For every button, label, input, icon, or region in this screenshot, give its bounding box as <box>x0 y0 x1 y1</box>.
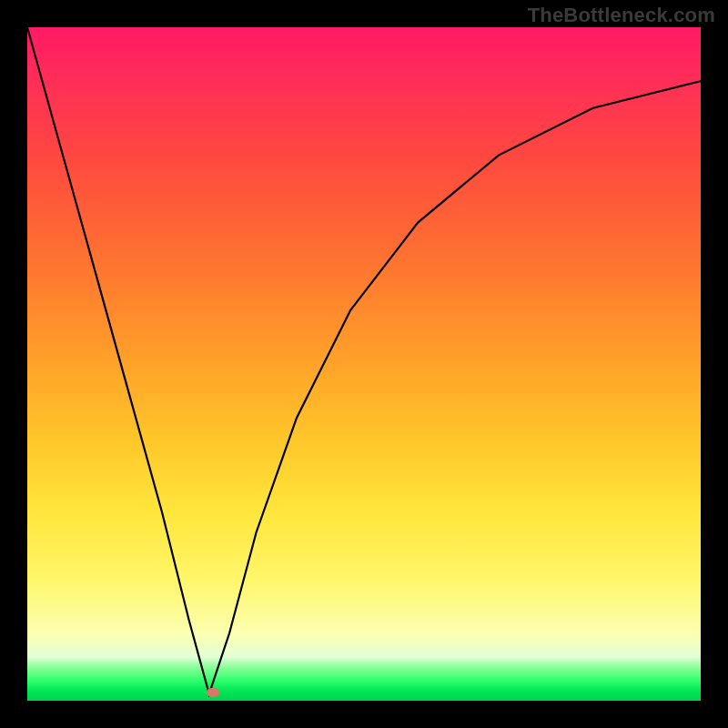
plot-area <box>27 27 701 701</box>
bottleneck-curve <box>27 27 701 701</box>
watermark-text: TheBottleneck.com <box>528 4 715 27</box>
curve-path <box>27 27 701 694</box>
chart-frame: TheBottleneck.com <box>0 0 728 728</box>
optimum-marker <box>207 688 219 697</box>
